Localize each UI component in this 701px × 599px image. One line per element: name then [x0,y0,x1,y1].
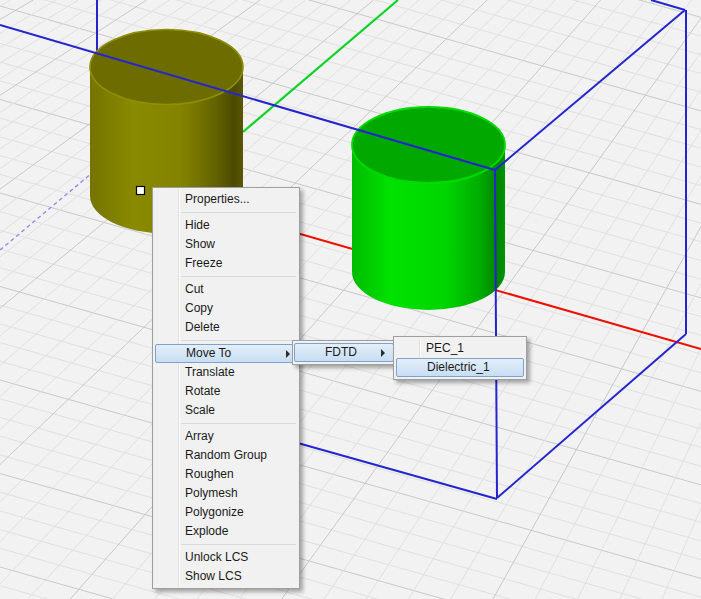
green-cylinder[interactable] [352,107,505,310]
menu-item-random-group[interactable]: Random Group [155,446,297,465]
menu-item-polymesh[interactable]: Polymesh [155,484,297,503]
submenu-item-fdtd[interactable]: FDTD [294,343,394,362]
menu-item-polygonize[interactable]: Polygonize [155,503,297,522]
fdtd-materials-submenu: PEC_1 Dielectric_1 [393,336,527,380]
submenu-item-label: FDTD [325,345,357,359]
menu-item-properties[interactable]: Properties... [155,190,297,209]
submenu-arrow-icon [381,349,385,357]
menu-item-move-to[interactable]: Move To [155,344,297,363]
menu-item-explode[interactable]: Explode [155,522,297,541]
menu-item-cut[interactable]: Cut [155,280,297,299]
menu-separator [181,423,296,424]
menu-item-array[interactable]: Array [155,427,297,446]
menu-item-copy[interactable]: Copy [155,299,297,318]
hidden-edge-dashed [0,173,92,250]
menu-item-delete[interactable]: Delete [155,318,297,337]
menu-item-translate[interactable]: Translate [155,363,297,382]
submenu-item-dielectric-1[interactable]: Dielectric_1 [396,358,524,377]
menu-item-roughen[interactable]: Roughen [155,465,297,484]
menu-separator [181,276,296,277]
menu-item-label: Move To [186,346,231,360]
menu-separator [181,340,296,341]
move-to-submenu: FDTD [292,340,396,365]
menu-separator [181,212,296,213]
menu-item-hide[interactable]: Hide [155,216,297,235]
menu-separator [181,544,296,545]
olive-cylinder-top[interactable] [90,30,243,105]
context-menu: Properties... Hide Show Freeze Cut Copy … [152,187,300,589]
viewport-3d[interactable]: Properties... Hide Show Freeze Cut Copy … [0,0,701,599]
menu-item-freeze[interactable]: Freeze [155,254,297,273]
submenu-item-pec-1[interactable]: PEC_1 [396,339,524,358]
menu-item-scale[interactable]: Scale [155,401,297,420]
selection-handle[interactable] [137,187,145,195]
menu-item-rotate[interactable]: Rotate [155,382,297,401]
menu-item-unlock-lcs[interactable]: Unlock LCS [155,548,297,567]
menu-item-show[interactable]: Show [155,235,297,254]
submenu-arrow-icon [286,350,290,358]
green-cylinder-top[interactable] [352,107,505,183]
menu-item-show-lcs[interactable]: Show LCS [155,567,297,586]
